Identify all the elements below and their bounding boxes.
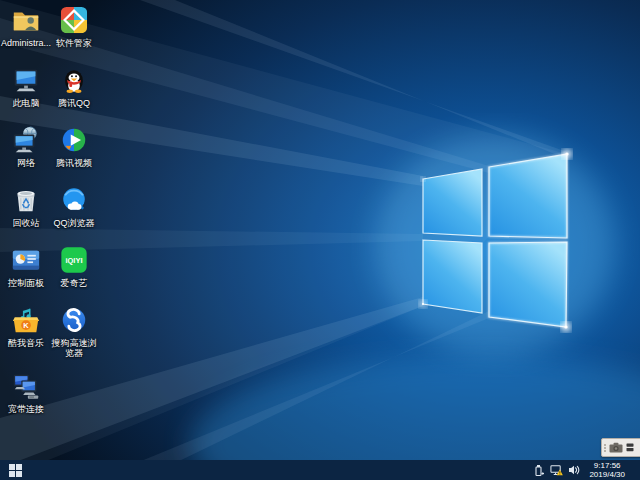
network-icon (11, 125, 41, 155)
desktop-icon-label: 此电脑 (13, 98, 40, 108)
system-tray: 9:17:56 2019/4/30 (532, 460, 640, 480)
taskbar-clock[interactable]: 9:17:56 2019/4/30 (586, 461, 628, 479)
desktop-icon-this-pc[interactable]: 此电脑 (0, 65, 52, 108)
widget-grip-dots[interactable] (604, 444, 606, 452)
broadband-connection-icon (11, 371, 41, 401)
desktop-icon-tencent-video[interactable]: 腾讯视频 (48, 125, 100, 168)
clock-time: 9:17:56 (589, 461, 625, 470)
taskbar-empty-area (30, 460, 532, 480)
kuwo-music-icon: K (11, 305, 41, 335)
this-pc-icon (11, 65, 41, 95)
desktop-icon-label: 宽带连接 (8, 404, 44, 414)
sogou-browser-icon (59, 305, 89, 335)
tencent-video-icon (59, 125, 89, 155)
windows-logo-icon (9, 464, 22, 477)
software-manager-icon (59, 5, 89, 35)
user-folder-icon (11, 5, 41, 35)
desktop: Administra... 此电脑 (0, 0, 640, 480)
desktop-icon-sogou-browser[interactable]: 搜狗高速浏览器 (48, 305, 100, 358)
desktop-icon-label: 爱奇艺 (61, 278, 88, 288)
capture-widget[interactable] (601, 438, 640, 457)
desktop-icon-software-manager[interactable]: 软件管家 (48, 5, 100, 48)
desktop-icon-qq-browser[interactable]: QQ浏览器 (48, 185, 100, 228)
desktop-icon-broadband-connection[interactable]: 宽带连接 (0, 371, 52, 414)
desktop-icon-control-panel[interactable]: 控制面板 (0, 245, 52, 288)
usb-safely-remove-icon[interactable] (532, 464, 545, 477)
taskbar: 9:17:56 2019/4/30 (0, 460, 640, 480)
control-panel-icon (11, 245, 41, 275)
desktop-icon-recycle-bin[interactable]: 回收站 (0, 185, 52, 228)
iqiyi-icon: iQIYI (59, 245, 89, 275)
volume-icon[interactable] (568, 464, 581, 477)
desktop-icon-administrator-folder[interactable]: Administra... (0, 5, 52, 48)
desktop-icon-label: QQ浏览器 (53, 218, 94, 228)
desktop-icon-label: 酷我音乐 (8, 338, 44, 348)
desktop-icon-tencent-qq[interactable]: 腾讯QQ (48, 65, 100, 108)
desktop-icon-label: 控制面板 (8, 278, 44, 288)
desktop-icon-iqiyi[interactable]: iQIYI 爱奇艺 (48, 245, 100, 288)
tencent-qq-icon (59, 65, 89, 95)
desktop-icon-label: 网络 (17, 158, 35, 168)
qq-browser-icon (59, 185, 89, 215)
desktop-icon-label: Administra... (1, 38, 51, 48)
camera-icon[interactable] (609, 442, 623, 453)
desktop-icon-label: 腾讯视频 (56, 158, 92, 168)
desktop-icon-label: 回收站 (13, 218, 40, 228)
start-button[interactable] (0, 460, 30, 480)
desktop-icon-network[interactable]: 网络 (0, 125, 52, 168)
widget-collapse-icon[interactable] (626, 443, 634, 452)
desktop-icon-label: 腾讯QQ (58, 98, 90, 108)
svg-text:K: K (23, 321, 29, 330)
svg-text:iQIYI: iQIYI (65, 256, 82, 265)
desktop-icon-kuwo-music[interactable]: K 酷我音乐 (0, 305, 52, 348)
clock-date: 2019/4/30 (589, 470, 625, 479)
desktop-icon-label: 搜狗高速浏览器 (48, 338, 100, 358)
network-status-icon[interactable] (550, 464, 563, 477)
desktop-icon-label: 软件管家 (56, 38, 92, 48)
recycle-bin-icon (11, 185, 41, 215)
